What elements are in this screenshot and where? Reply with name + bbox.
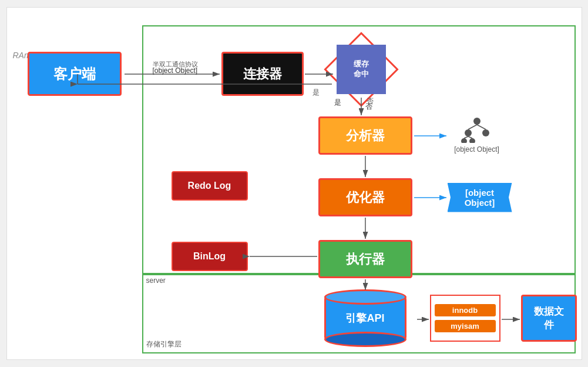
parse-tree-icon	[459, 116, 495, 143]
svg-line-4	[477, 125, 486, 129]
cache-diamond-inner: 缓存 命中	[337, 45, 386, 94]
executor-box: 执行器	[318, 240, 412, 278]
innodb-tag: innodb	[435, 304, 496, 316]
engine-api-container: 引擎API	[318, 292, 412, 345]
engines-box: innodb myisam	[430, 295, 500, 342]
engine-api-box: 引擎API	[324, 295, 406, 342]
parse-tree: [object Object]	[448, 116, 506, 158]
exec-plan-shape: [object Object]	[448, 183, 512, 212]
cache-yes-label: 是	[334, 98, 341, 108]
svg-line-7	[464, 136, 468, 138]
myisam-tag: myisam	[435, 320, 496, 332]
svg-line-8	[468, 136, 472, 138]
svg-line-3	[468, 125, 477, 129]
datafile-box: 数据文 件	[521, 295, 577, 342]
svg-point-2	[482, 129, 489, 136]
svg-point-5	[461, 138, 467, 143]
diagram-container: server 存储引擎层 RAm 客户端 连接器 缓存 命中 分析器 优化器 执…	[6, 7, 582, 360]
binlog-box: BinLog	[172, 242, 248, 271]
connector-box: 连接器	[221, 52, 304, 96]
svg-point-0	[473, 118, 481, 125]
svg-point-6	[469, 138, 475, 143]
client-box: 客户端	[28, 52, 122, 96]
cache-no-label: 否	[365, 102, 372, 112]
half-duplex-label: [object Object]	[153, 66, 198, 75]
exec-plan: [object Object]	[448, 181, 512, 213]
analyzer-box: 分析器	[318, 116, 412, 155]
svg-point-1	[465, 129, 472, 136]
redolog-box: Redo Log	[172, 171, 248, 201]
optimizer-box: 优化器	[318, 178, 412, 216]
parse-tree-label: [object Object]	[454, 145, 499, 154]
storage-label: 存储引擎层	[146, 339, 182, 349]
